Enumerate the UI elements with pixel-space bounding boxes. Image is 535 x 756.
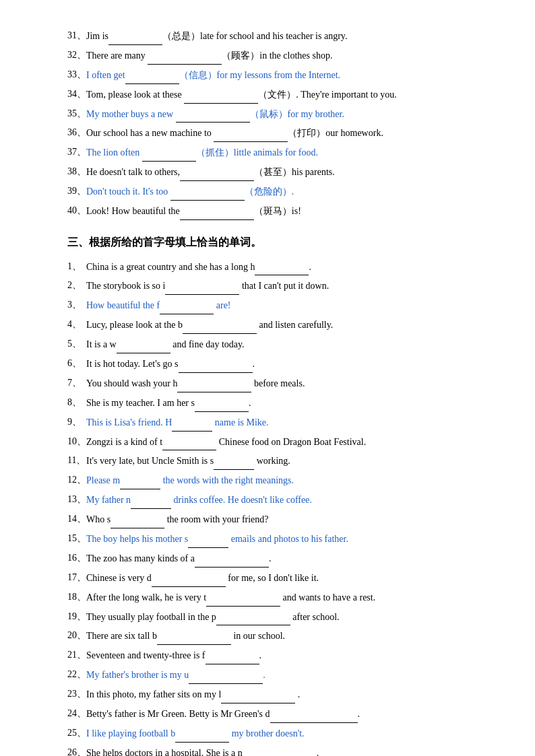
section3: 1、 China is a great country and she has … [67, 258, 481, 757]
s3-item-8: 8、 She is my teacher. I am her s . [67, 394, 481, 412]
s3-item-2: 2、 The storybook is so i that I can't pu… [67, 277, 481, 295]
item-34: 34、 Tom, please look at these （文件）. They… [67, 85, 481, 104]
s3-item-3: 3、 How beautiful the f are! [67, 296, 481, 314]
s3-item-12: 12、 Please m the words with the right me… [67, 471, 481, 489]
item-36: 36、 Our school has a new machine to （打印）… [67, 124, 481, 142]
s3-item-19: 19、 They usually play football in the p … [67, 608, 481, 626]
s3-item-20: 20、 There are six tall b in our school. [67, 627, 481, 645]
item-38: 38、 He doesn't talk to others, （甚至）his p… [67, 163, 481, 181]
s3-item-23: 23、 In this photo, my father sits on my … [67, 685, 481, 703]
item-33: 33、 I often get （信息）for my lessons from … [67, 66, 481, 84]
s3-item-16: 16、 The zoo has many kinds of a . [67, 549, 481, 568]
s3-item-25: 25、 I like playing football b my brother… [67, 724, 481, 743]
s3-item-21: 21、 Seventeen and twenty-three is f . [67, 646, 481, 664]
s3-item-17: 17、 Chinese is very d for me, so I don't… [67, 569, 481, 587]
item-32: 32、 There are many （顾客）in the clothes sh… [67, 46, 481, 65]
section2: 31、 Jim is （总是）late for school and his t… [67, 27, 481, 220]
item-37: 37、 The lion often （抓住）little animals fo… [67, 143, 481, 162]
item-35: 35、 My mother buys a new （鼠标）for my brot… [67, 105, 481, 123]
section3-title: 三、根据所给的首字母填上恰当的单词。 [67, 232, 481, 252]
item-39: 39、 Don't touch it. It's too （危险的）. [67, 182, 481, 201]
s3-item-24: 24、 Betty's father is Mr Green. Betty is… [67, 705, 481, 723]
s3-item-4: 4、 Lucy, please look at the b and listen… [67, 316, 481, 334]
s3-item-18: 18、 After the long walk, he is very t an… [67, 588, 481, 607]
s3-item-13: 13、 My father n drinks coffee. He doesn'… [67, 491, 481, 509]
s3-item-5: 5、 It is a w and fine day today. [67, 335, 481, 353]
s3-item-7: 7、 You should wash your h before meals. [67, 374, 481, 392]
s3-item-11: 11、 It's very late, but Uncle Smith is s… [67, 452, 481, 470]
s3-item-15: 15、 The boy helps his mother s emails an… [67, 530, 481, 548]
item-40: 40、 Look! How beautiful the （斑马）is! [67, 202, 481, 220]
s3-item-9: 9、 This is Lisa's friend. H name is Mike… [67, 413, 481, 432]
s3-item-10: 10、 Zongzi is a kind of t Chinese food o… [67, 433, 481, 451]
item-31: 31、 Jim is （总是）late for school and his t… [67, 27, 481, 45]
s3-item-26: 26、 She helps doctors in a hospital. She… [67, 744, 481, 756]
s3-item-1: 1、 China is a great country and she has … [67, 258, 481, 276]
s3-item-6: 6、 It is hot today. Let's go s . [67, 355, 481, 373]
s3-item-14: 14、 Who s the room with your friend? [67, 510, 481, 528]
s3-item-22: 22、 My father's brother is my u . [67, 666, 481, 684]
